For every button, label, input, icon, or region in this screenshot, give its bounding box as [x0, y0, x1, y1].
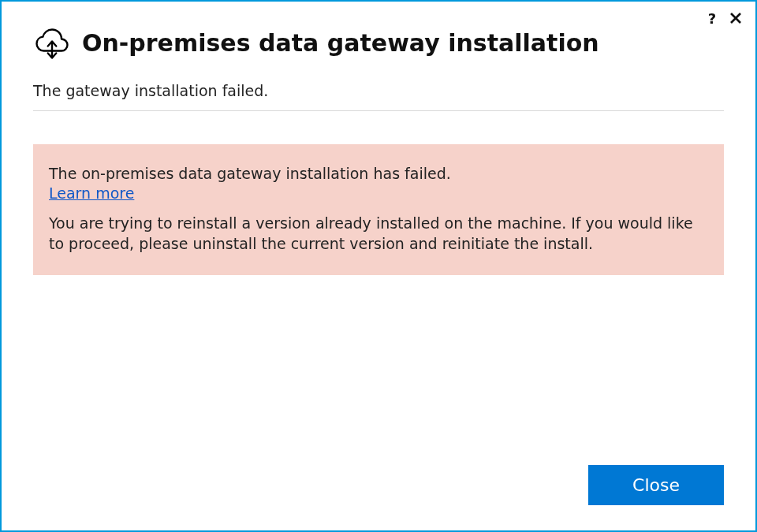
- titlebar-controls: ?: [703, 9, 744, 27]
- footer: Close: [2, 465, 755, 530]
- header: On-premises data gateway installation: [2, 2, 755, 76]
- help-icon: ?: [708, 10, 716, 27]
- content-area: The gateway installation failed. The on-…: [2, 76, 755, 465]
- status-message: The gateway installation failed.: [33, 76, 724, 111]
- error-summary: The on-premises data gateway installatio…: [49, 163, 708, 184]
- error-panel: The on-premises data gateway installatio…: [33, 144, 724, 275]
- installer-window: ? On-premises data gateway installation …: [0, 0, 757, 532]
- close-icon: [729, 12, 742, 24]
- learn-more-link[interactable]: Learn more: [49, 184, 134, 202]
- help-button[interactable]: ?: [703, 9, 721, 27]
- window-close-button[interactable]: [727, 9, 744, 27]
- page-title: On-premises data gateway installation: [82, 29, 599, 57]
- close-button[interactable]: Close: [588, 465, 724, 505]
- error-detail: You are trying to reinstall a version al…: [49, 213, 708, 255]
- cloud-gateway-icon: [33, 24, 71, 61]
